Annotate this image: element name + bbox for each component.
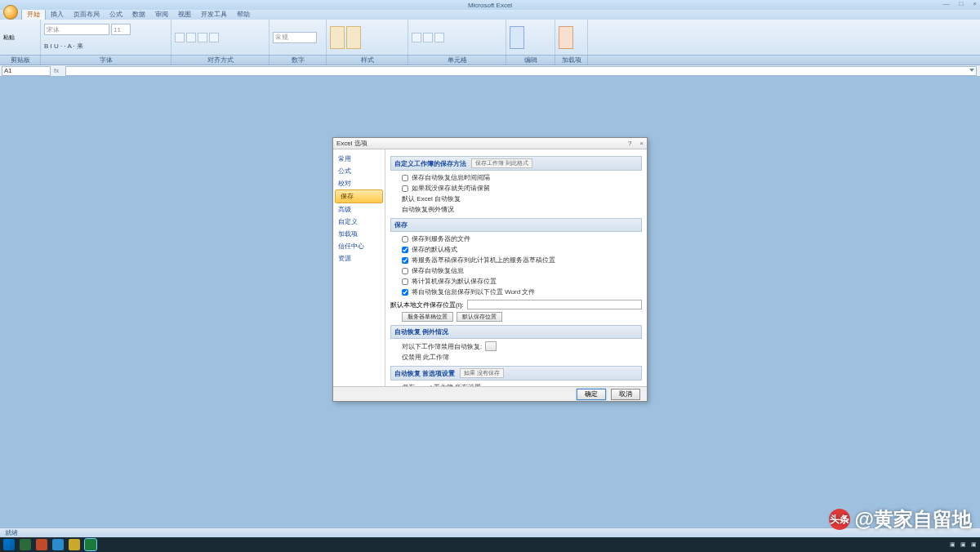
dialog-content: 自定义工作簿的保存方法 保存工作簿 到此格式 保存自动恢复信息时间间隔 如果我没… — [385, 149, 647, 386]
font-size-select[interactable]: 11 — [111, 24, 131, 35]
path-label: 默认本地文件保存位置(I): — [390, 300, 464, 309]
conditional-format-icon[interactable] — [330, 26, 345, 49]
opt-autorecover-info[interactable]: 保存自动恢复信息 — [390, 265, 642, 276]
section4-pill[interactable]: 如果 没有保存 — [460, 368, 504, 378]
tray-volume-icon[interactable]: ▣ — [960, 541, 966, 548]
formula-input[interactable] — [65, 66, 977, 76]
tab-data[interactable]: 数据 — [127, 9, 150, 20]
group-editing: 编辑 — [506, 56, 555, 65]
office-button[interactable] — [3, 5, 18, 20]
ribbon: 粘贴 宋体 11 B I U · · A · 来 常规 — [0, 20, 980, 56]
sort-filter-icon[interactable] — [510, 26, 524, 49]
dialog-footer: 确定 取消 — [333, 386, 647, 401]
taskbar: ▣ ▣ ▣ — [0, 537, 980, 552]
workbook-picker-icon[interactable] — [485, 341, 497, 351]
taskbar-app-1[interactable] — [20, 539, 31, 550]
default-save-button[interactable]: 默认保存位置 — [457, 312, 502, 322]
maximize-button[interactable]: □ — [959, 0, 963, 7]
side-item-custom[interactable]: 自定义 — [333, 216, 385, 228]
tab-help[interactable]: 帮助 — [232, 9, 255, 20]
opt-default-local[interactable]: 将计算机保存为默认保存位置 — [390, 276, 642, 287]
opt-default-autorecover: 默认 Excel 自动恢复 — [390, 194, 642, 204]
name-box[interactable]: A1 — [2, 66, 51, 76]
dialog-help-icon[interactable]: ? — [628, 140, 631, 147]
dialog-title: Excel 选项 — [336, 139, 368, 148]
tab-formulas[interactable]: 公式 — [105, 9, 127, 20]
system-tray[interactable]: ▣ ▣ ▣ — [950, 541, 977, 548]
insert-cell-icon[interactable] — [412, 33, 421, 42]
side-item-proof[interactable]: 校对 — [333, 177, 385, 189]
opt-server-files[interactable]: 保存到服务器的文件 — [390, 234, 642, 244]
group-font: 字体 — [41, 56, 172, 65]
tab-dev[interactable]: 开发工具 — [196, 9, 232, 20]
tab-view[interactable]: 视图 — [173, 9, 196, 20]
formula-bar: A1 fx — [0, 65, 980, 77]
group-number: 数字 — [270, 56, 327, 65]
side-item-trust[interactable]: 信任中心 — [333, 240, 385, 252]
watermark: 头条 @黄家自留地 — [829, 506, 972, 532]
tray-network-icon[interactable]: ▣ — [950, 541, 956, 548]
side-item-resources[interactable]: 资源 — [333, 252, 385, 265]
fx-icon[interactable]: fx — [54, 67, 59, 74]
server-draft-button[interactable]: 服务器草稿位置 — [402, 312, 453, 322]
taskbar-app-excel[interactable] — [85, 539, 96, 550]
group-align: 对齐方式 — [172, 56, 270, 65]
start-button[interactable] — [3, 539, 15, 550]
watermark-logo-icon: 头条 — [829, 509, 850, 530]
section-save-workbook: 自定义工作簿的保存方法 保存工作簿 到此格式 — [390, 156, 642, 171]
section-autorecover-exc: 自动恢复 例外情况 — [390, 325, 642, 339]
section1-pill[interactable]: 保存工作簿 到此格式 — [471, 158, 532, 168]
cancel-button[interactable]: 取消 — [611, 389, 640, 400]
taskbar-app-3[interactable] — [52, 539, 64, 550]
delete-cell-icon[interactable] — [423, 33, 433, 42]
opt-server-draft[interactable]: 将服务器草稿保存到此计算机上的服务器草稿位置 — [390, 255, 642, 265]
dialog-close-icon[interactable]: × — [639, 140, 644, 147]
opt-keep-last[interactable]: 如果我没保存就关闭请保留 — [390, 183, 642, 194]
align-left-icon[interactable] — [175, 33, 185, 42]
default-path-input[interactable] — [467, 300, 642, 309]
section3-title: 自动恢复 例外情况 — [394, 327, 448, 336]
close-button[interactable]: × — [973, 0, 977, 7]
ribbon-group-labels: 剪贴板 字体 对齐方式 数字 样式 单元格 编辑 加载项 — [0, 56, 980, 65]
side-item-formula[interactable]: 公式 — [333, 165, 385, 177]
minimize-button[interactable]: — — [942, 0, 949, 7]
taskbar-app-4[interactable] — [69, 539, 80, 550]
opt-autorecover-interval[interactable]: 保存自动恢复信息时间间隔 — [390, 172, 642, 183]
number-format-select[interactable]: 常规 — [273, 32, 317, 43]
find-select-icon[interactable] — [559, 26, 573, 49]
opt-autorecover-path[interactable]: 将自动恢复信息保存到以下位置 Word 文件 — [390, 287, 642, 297]
tab-layout[interactable]: 页面布局 — [69, 9, 105, 20]
font-family-select[interactable]: 宋体 — [44, 24, 109, 35]
side-item-common[interactable]: 常用 — [333, 153, 385, 165]
opt-disable-this-wb[interactable]: 仅禁用 此工作簿 — [390, 352, 642, 363]
paste-button[interactable]: 粘贴 — [3, 33, 15, 42]
watermark-author: @黄家自留地 — [855, 506, 972, 532]
dialog-sidebar: 常用 公式 校对 保存 高级 自定义 加载项 信任中心 资源 — [333, 149, 385, 386]
group-clipboard: 剪贴板 — [0, 56, 41, 65]
group-addin: 加载项 — [555, 56, 588, 65]
status-text: 就绪 — [5, 528, 18, 537]
font-style-buttons[interactable]: B I U · · A · 来 — [44, 42, 167, 51]
window-title: Microsoft Excel — [468, 2, 512, 9]
opt-save-all-settings: 保存 excel 工作簿 所有设置 — [390, 382, 642, 386]
title-bar: Microsoft Excel — □ × — [0, 0, 980, 10]
group-cells: 单元格 — [408, 56, 506, 65]
wrap-text-icon[interactable] — [209, 33, 219, 42]
tab-home[interactable]: 开始 — [21, 8, 46, 20]
opt-default-format[interactable]: 保存的默认格式 — [390, 244, 642, 255]
side-item-advanced[interactable]: 高级 — [333, 203, 385, 216]
side-item-addins[interactable]: 加载项 — [333, 228, 385, 240]
tray-ime-icon[interactable]: ▣ — [971, 541, 977, 548]
ok-button[interactable]: 确定 — [577, 389, 606, 400]
tab-insert[interactable]: 插入 — [46, 9, 69, 20]
dialog-titlebar: Excel 选项 ? × — [333, 138, 647, 149]
tab-review[interactable]: 审阅 — [150, 9, 173, 20]
align-center-icon[interactable] — [186, 33, 196, 42]
align-right-icon[interactable] — [198, 33, 207, 42]
taskbar-app-2[interactable] — [36, 539, 47, 550]
format-table-icon[interactable] — [346, 26, 361, 49]
ribbon-tabs: 开始 插入 页面布局 公式 数据 审阅 视图 开发工具 帮助 — [0, 10, 980, 20]
side-item-save[interactable]: 保存 — [335, 189, 383, 203]
opt-disable-autorecover[interactable]: 对以下工作簿禁用自动恢复: — [390, 341, 642, 352]
format-cell-icon[interactable] — [434, 33, 444, 42]
